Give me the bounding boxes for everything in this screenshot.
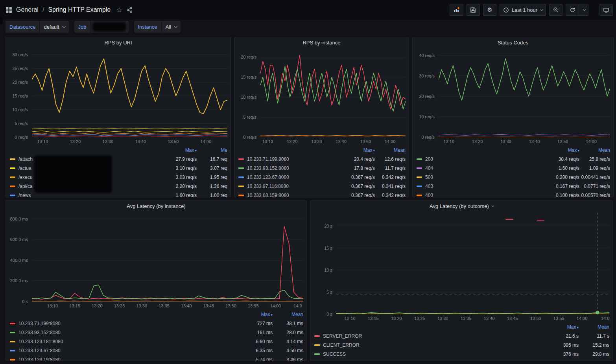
y-axis-tick-label: 20 req/s: [12, 80, 28, 85]
legend-series-label[interactable]: 10.233.93.152:8080: [18, 330, 238, 335]
chart-canvas[interactable]: [336, 213, 609, 314]
y-axis-tick-label: 30 req/s: [12, 52, 28, 57]
legend-sort-max[interactable]: Max▾: [340, 147, 375, 153]
y-axis: 0 req/s5 req/s10 req/s15 req/s20 req/s: [238, 49, 260, 137]
breadcrumb-folder[interactable]: General: [16, 6, 39, 13]
panel-title[interactable]: Avg Latency (by outcome): [310, 201, 612, 211]
legend-series-label[interactable]: 404: [425, 165, 545, 171]
cycle-view-mode-button[interactable]: [599, 4, 613, 16]
legend-series-label[interactable]: 10.233.71.199:8080: [18, 321, 238, 326]
legend-sort-mean[interactable]: Me: [197, 147, 227, 153]
legend-series-label[interactable]: 10.233.71.199:8080: [247, 156, 340, 162]
y-axis-tick-label: 15 s: [324, 246, 332, 250]
y-axis-tick-label: 5 s: [326, 290, 332, 294]
legend-series-label[interactable]: 500: [425, 175, 545, 180]
x-axis-tick-label: 13:20: [70, 139, 81, 144]
panel-title[interactable]: Avg Latency (by instance): [6, 201, 306, 211]
x-axis-tick-label: 13:20: [391, 316, 402, 321]
legend-row: 10.233.93.152:808017.8 req/s11.7 req/s: [238, 164, 406, 173]
y-axis-tick-label: 40 req/s: [419, 53, 435, 58]
legend-sort-max[interactable]: Max▾: [545, 147, 579, 153]
legend-series-label[interactable]: 10.233.123.67:8080: [247, 175, 340, 180]
legend-series-label[interactable]: 10.233.93.152:8080: [247, 165, 340, 171]
legend-max-value: 161 ms: [238, 330, 273, 335]
var-instance-label[interactable]: Instance: [134, 21, 161, 33]
legend-series-swatch: [10, 323, 15, 324]
x-axis-tick-label: 13:30: [136, 303, 147, 308]
var-job-label[interactable]: Job: [74, 21, 90, 33]
y-axis-tick-label: 400.0 ms: [10, 258, 28, 263]
var-datasource-value[interactable]: default: [40, 21, 68, 33]
legend-series-swatch: [10, 158, 15, 160]
legend-sort-mean[interactable]: Mean: [273, 312, 303, 317]
legend-series-label[interactable]: CLIENT_ERROR: [323, 342, 544, 348]
time-range-label: Last 1 hour: [512, 7, 537, 13]
save-dashboard-button[interactable]: [467, 4, 480, 16]
legend-row: 10.233.123.181:80806.60 ms4.14 ms: [10, 337, 303, 346]
legend-series-label[interactable]: 10.233.123.67:8080: [18, 348, 238, 353]
legend-series-label[interactable]: 10.233.123.19:8080: [18, 357, 238, 361]
legend-sort-mean[interactable]: Mean: [579, 147, 610, 153]
y-axis-tick-label: 200.0 ms: [10, 278, 28, 283]
legend-series-swatch: [238, 167, 244, 169]
legend-series-label[interactable]: /news: [18, 193, 162, 198]
add-panel-button[interactable]: [450, 4, 463, 16]
legend-series-label[interactable]: 10.233.123.181:8080: [18, 339, 238, 344]
panel-menu-caret-icon[interactable]: [491, 204, 494, 207]
legend-sort-mean[interactable]: Mean: [579, 324, 609, 330]
var-job-value[interactable]: [91, 21, 129, 33]
legend-mean-value: 1.09 req/s: [579, 165, 610, 171]
star-icon[interactable]: ☆: [116, 6, 122, 14]
legend-series-label[interactable]: SERVER_ERROR: [323, 333, 544, 339]
legend-series-swatch: [417, 176, 422, 178]
time-range-picker[interactable]: Last 1 hour: [500, 4, 546, 16]
legend-mean-value: 3.46 ms: [273, 357, 303, 361]
legend-series-label[interactable]: SUCCESS: [323, 351, 544, 357]
legend-series-label[interactable]: 400: [425, 193, 545, 198]
legend-series-label[interactable]: 10.233.68.159:8080: [247, 193, 340, 198]
legend-series-label[interactable]: 403: [425, 184, 545, 189]
legend-mean-value: 15.2 ms: [579, 342, 609, 348]
legend-sort-max[interactable]: Max▾: [162, 147, 197, 153]
var-datasource-label[interactable]: Datasource: [6, 21, 39, 33]
legend-max-value: 727 ms: [238, 321, 273, 326]
chart-canvas[interactable]: [439, 49, 610, 137]
legend-series-swatch: [314, 344, 320, 346]
legend-series-label[interactable]: 10.233.97.116:8080: [247, 184, 340, 189]
x-axis-tick-label: 13:35: [461, 316, 472, 321]
chart-canvas[interactable]: [260, 49, 406, 137]
panel-title[interactable]: RPS by URI: [6, 37, 231, 48]
legend-sort-max[interactable]: Max▾: [238, 312, 273, 317]
legend-series-label[interactable]: 200: [425, 156, 545, 162]
panel-title[interactable]: Status Codes: [413, 37, 613, 48]
var-instance-value[interactable]: All: [162, 21, 181, 33]
share-icon[interactable]: [126, 7, 133, 13]
x-axis-tick-label: 14:0: [293, 303, 302, 308]
panel-avg-latency-by-outcome: Avg Latency (by outcome) 0 s5 s10 s15 s2…: [310, 200, 613, 361]
legend-mean-value: 1.00 req: [197, 193, 227, 198]
legend-mean-value: 38.1 ms: [273, 321, 303, 326]
refresh-interval-dropdown[interactable]: [579, 4, 588, 16]
y-axis-tick-label: 5 req/s: [15, 121, 28, 126]
legend-row: 20038.4 req/s25.8 req/s: [417, 154, 610, 164]
legend-row: CLIENT_ERROR395 ms15.2 ms: [314, 340, 609, 349]
chart-plot: [32, 49, 227, 137]
legend-max-value: 0.167 req/s: [545, 184, 579, 189]
chart-canvas[interactable]: [32, 49, 227, 137]
refresh-icon: [570, 7, 575, 13]
x-axis-tick-label: 13:50: [168, 139, 179, 144]
chart-canvas[interactable]: [32, 213, 303, 301]
legend-sort-max[interactable]: Max▾: [544, 324, 579, 330]
var-datasource: Datasource default: [6, 21, 69, 33]
legend-series-swatch: [10, 167, 15, 169]
x-axis-tick-label: 13:55: [248, 303, 259, 308]
y-axis-tick-label: 0 s: [22, 299, 28, 304]
legend: Max▾ Mean SERVER_ERROR21.6 s11.7 sCLIENT…: [310, 323, 612, 358]
dashboards-grid-icon[interactable]: [6, 7, 12, 13]
refresh-button[interactable]: [566, 4, 579, 16]
legend-sort-mean[interactable]: Mean: [375, 147, 406, 153]
panel-title[interactable]: RPS by instance: [234, 37, 409, 48]
zoom-out-button[interactable]: [549, 4, 563, 16]
x-axis-tick-label: 13:35: [159, 303, 170, 308]
settings-gear-button[interactable]: ⚙: [483, 4, 496, 16]
